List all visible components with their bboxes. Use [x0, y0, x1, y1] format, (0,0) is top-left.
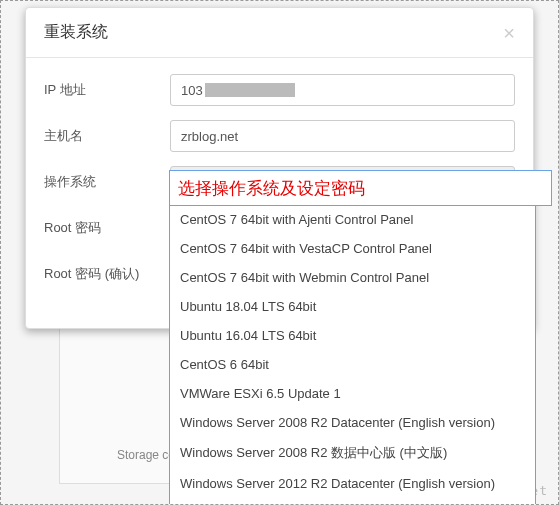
- row-hostname: 主机名: [44, 120, 515, 152]
- dropdown-item[interactable]: CentOS 7 64bit with Webmin Control Panel: [170, 263, 535, 292]
- hostname-input[interactable]: [170, 120, 515, 152]
- close-icon[interactable]: ×: [503, 23, 515, 43]
- dropdown-item[interactable]: CentOS 7 64bit with VestaCP Control Pane…: [170, 234, 535, 263]
- row-ip: IP 地址 103: [44, 74, 515, 106]
- dropdown-item[interactable]: Windows Server 2008 R2 Datacenter (Engli…: [170, 408, 535, 437]
- dropdown-item[interactable]: Windows Server 2012 R2 数据中心版 (中文版): [170, 498, 535, 505]
- dropdown-search-input[interactable]: [169, 170, 552, 206]
- dropdown-item[interactable]: CentOS 6 64bit: [170, 350, 535, 379]
- dropdown-item[interactable]: Ubuntu 16.04 LTS 64bit: [170, 321, 535, 350]
- dropdown-item[interactable]: Windows Server 2008 R2 数据中心版 (中文版): [170, 437, 535, 469]
- dropdown-item[interactable]: Windows Server 2012 R2 Datacenter (Engli…: [170, 469, 535, 498]
- root-pw-confirm-label: Root 密码 (确认): [44, 265, 170, 283]
- modal-title: 重装系统: [44, 22, 108, 43]
- dropdown-list[interactable]: CentOS 7 64bit with Ajenti Control Panel…: [170, 205, 535, 505]
- os-label: 操作系统: [44, 173, 170, 191]
- hostname-label: 主机名: [44, 127, 170, 145]
- dropdown-item[interactable]: Ubuntu 18.04 LTS 64bit: [170, 292, 535, 321]
- os-dropdown: CentOS 7 64bit with Ajenti Control Panel…: [169, 170, 536, 505]
- ip-label: IP 地址: [44, 81, 170, 99]
- storage-text-fragment-left: Storage co: [117, 448, 175, 462]
- dropdown-item[interactable]: CentOS 7 64bit with Ajenti Control Panel: [170, 205, 535, 234]
- ip-value-masked: [205, 83, 295, 97]
- ip-field[interactable]: 103: [170, 74, 515, 106]
- root-pw-label: Root 密码: [44, 219, 170, 237]
- ip-value-visible: 103: [181, 83, 203, 98]
- dropdown-item[interactable]: VMWare ESXi 6.5 Update 1: [170, 379, 535, 408]
- modal-header: 重装系统 ×: [26, 8, 533, 58]
